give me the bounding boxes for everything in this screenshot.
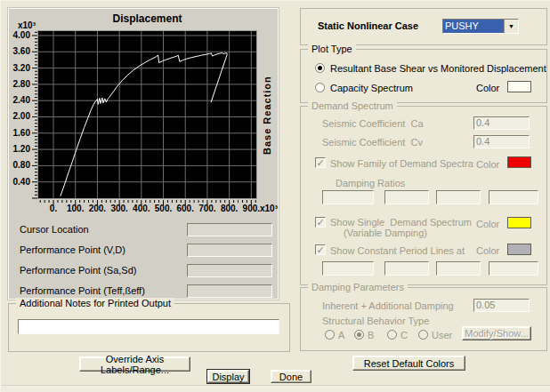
y-tick-label: 0.80	[7, 160, 30, 170]
plot-type-box: Plot Type Resultant Base Shear vs Monito…	[300, 49, 547, 103]
radio-behavior-a-label: A	[338, 330, 344, 340]
x-axis-labels: 0.100.200.300.400.500.600.700.800.900.	[37, 204, 260, 214]
damping-ratio-field-4	[489, 190, 538, 204]
reset-default-colors-button[interactable]: Reset Default Colors	[352, 356, 465, 371]
single-color-swatch	[507, 217, 531, 228]
plot-type-legend: Plot Type	[308, 44, 356, 54]
radio-capacity-spectrum[interactable]	[315, 83, 325, 92]
y-tick-label: 2.00	[7, 111, 30, 121]
chart-title: Displacement	[37, 12, 257, 25]
inherent-damping-label: Inherent + Additional Damping	[322, 300, 454, 311]
family-color-swatch	[507, 156, 531, 168]
dropdown-button[interactable]: ▼	[504, 20, 518, 33]
case-selector-box: Static Nonlinear Case PUSHY ▼	[300, 8, 547, 45]
variable-damping-label: (Variable Damping)	[344, 228, 427, 238]
radio-behavior-user	[418, 330, 428, 340]
checkbox-check-icon: ✓	[316, 217, 324, 228]
display-button[interactable]: Display	[207, 370, 249, 383]
damping-parameters-legend: Damping Parameters	[308, 282, 408, 292]
plot-color-swatch[interactable]	[507, 81, 531, 92]
pushover-plot[interactable]	[37, 30, 257, 199]
show-single-spectrum-label: Show Single Demand Spectrum	[330, 217, 472, 228]
checkbox-check-icon: ✓	[316, 157, 324, 168]
period-color-swatch	[507, 244, 531, 255]
performance-point-sasd-field	[187, 264, 272, 277]
performance-point-sasd-label: Performance Point (Sa,Sd)	[20, 265, 136, 276]
period-line-field-1	[322, 261, 374, 276]
override-axis-labels-button[interactable]: Override Axis Labels/Range...	[79, 356, 190, 372]
x-axis-multiplier: x10³	[260, 204, 278, 213]
damping-parameters-box: Damping Parameters Inherent + Additional…	[300, 287, 547, 351]
seismic-coefficient-cv-field: 0.4	[473, 135, 530, 148]
dropdown-selected-value: PUSHY	[443, 20, 504, 33]
notes-group: Additional Notes for Printed Output	[8, 303, 290, 352]
static-nonlinear-case-label: Static Nonlinear Case	[318, 20, 418, 31]
cursor-location-label: Cursor Location	[20, 224, 89, 235]
y-axis-labels: 4.003.603.202.802.402.001.601.200.800.40	[9, 30, 30, 199]
single-color-label: Color	[476, 219, 499, 229]
chevron-down-icon: ▼	[508, 23, 514, 29]
demand-spectrum-box: Demand Spectrum Seismic Coefficient Ca 0…	[300, 106, 547, 285]
radio-behavior-b	[354, 330, 364, 340]
performance-point-vd-label: Performance Point (V,D)	[20, 244, 125, 255]
y-tick-label: 2.80	[7, 79, 30, 89]
show-period-lines-label: Show Constant Period Lines at	[330, 245, 465, 256]
y-tick-label: 1.60	[7, 128, 30, 138]
show-family-checkbox: ✓	[315, 157, 326, 168]
show-period-lines-checkbox: ✓	[315, 244, 326, 255]
performance-point-vd-field	[187, 244, 272, 257]
checkbox-check-icon: ✓	[316, 244, 324, 255]
period-line-field-3	[436, 261, 481, 276]
cursor-location-field	[187, 223, 272, 236]
y-tick-label: 3.60	[7, 46, 30, 56]
seismic-coefficient-ca-label: Seismic Coefficient Ca	[322, 118, 424, 129]
dialog-bottom-edge	[1, 385, 550, 392]
y-tick-label: 1.20	[7, 144, 30, 154]
performance-point-teff-field	[187, 284, 272, 298]
notes-input[interactable]	[18, 319, 279, 334]
y-axis-multiplier: x10³	[18, 20, 36, 30]
show-family-label: Show Family of Demand Spectra	[330, 158, 473, 169]
inherent-damping-field: 0.05	[473, 299, 530, 312]
y-tick-label: 3.20	[7, 63, 30, 73]
demand-spectrum-legend: Demand Spectrum	[308, 100, 397, 111]
y-tick-label: 0.40	[7, 177, 30, 187]
family-color-label: Color	[476, 159, 499, 170]
chart-panel: Displacement x10³ 4.003.603.202.802.402.…	[8, 8, 279, 300]
y-axis-ticks	[32, 30, 37, 199]
radio-behavior-a	[325, 330, 335, 340]
radio-behavior-user-label: User	[432, 330, 452, 340]
period-line-field-4	[489, 261, 538, 276]
show-single-spectrum-checkbox: ✓	[315, 217, 326, 228]
modify-show-button: Modify/Show...	[462, 326, 531, 340]
damping-ratios-label: Damping Ratios	[336, 178, 405, 188]
static-nonlinear-case-dropdown[interactable]: PUSHY ▼	[442, 19, 519, 34]
y-tick-label: 2.40	[7, 95, 30, 105]
period-color-label: Color	[476, 245, 499, 256]
seismic-coefficient-ca-field: 0.4	[473, 116, 530, 130]
plot-color-label: Color	[476, 83, 499, 93]
seismic-coefficient-cv-label: Seismic Coefficient Cv	[322, 137, 423, 148]
pushover-curve-dialog: Displacement x10³ 4.003.603.202.802.402.…	[0, 0, 550, 392]
notes-group-legend: Additional Notes for Printed Output	[16, 298, 174, 308]
radio-base-shear-label: Resultant Base Shear vs Monitored Displa…	[330, 63, 546, 74]
y-tick-label: 4.00	[7, 30, 30, 40]
radio-behavior-c-label: C	[400, 330, 408, 340]
radio-behavior-c	[387, 330, 397, 340]
damping-ratio-field-3	[436, 190, 481, 204]
damping-ratio-field-1	[322, 190, 374, 204]
radio-base-shear-vs-displacement[interactable]	[315, 63, 325, 73]
radio-behavior-b-label: B	[368, 330, 374, 340]
structural-behavior-type-label: Structural Behavior Type	[322, 316, 429, 326]
period-line-field-2	[384, 261, 429, 276]
performance-point-teff-label: Performance Point (Teff,ßeff)	[20, 285, 145, 296]
done-button[interactable]: Done	[271, 370, 311, 383]
radio-capacity-spectrum-label: Capacity Spectrum	[330, 83, 413, 93]
damping-ratio-field-2	[384, 190, 429, 204]
y-axis-title: Base Reaction	[262, 44, 272, 187]
